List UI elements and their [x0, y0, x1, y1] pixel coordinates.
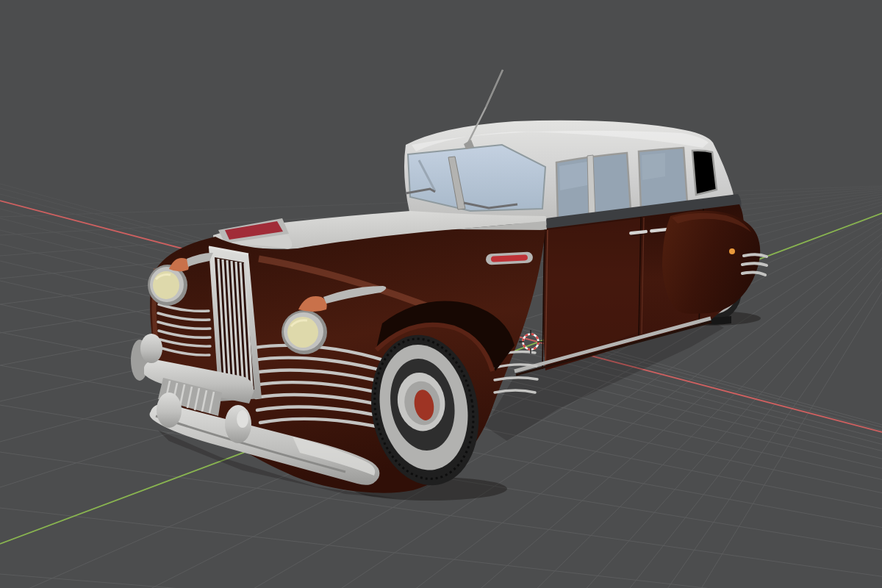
rear-marker-light: [729, 248, 735, 254]
rear-quarter-window: [692, 151, 717, 195]
viewport-canvas[interactable]: [0, 0, 882, 588]
viewport-3d[interactable]: [0, 0, 882, 588]
